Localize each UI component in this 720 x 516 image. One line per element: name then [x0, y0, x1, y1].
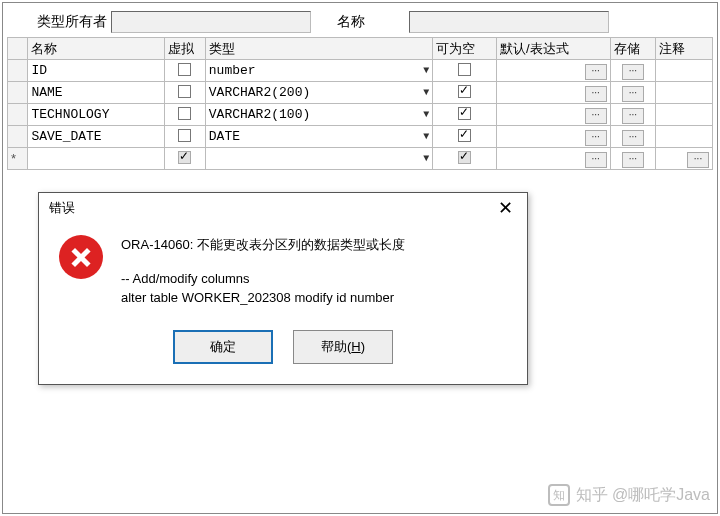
row-marker: [8, 82, 28, 104]
nullable-checkbox[interactable]: [458, 107, 471, 120]
cell-nullable[interactable]: [433, 148, 497, 170]
col-hdr-default[interactable]: 默认/表达式: [496, 38, 610, 60]
chevron-down-icon[interactable]: ▼: [423, 153, 429, 164]
cell-comment[interactable]: ···: [656, 148, 713, 170]
virtual-checkbox[interactable]: [178, 129, 191, 142]
dialog-title: 错误: [49, 199, 75, 217]
name-input[interactable]: [409, 11, 609, 33]
chevron-down-icon[interactable]: ▼: [423, 109, 429, 120]
cell-type[interactable]: ▼: [205, 148, 432, 170]
cell-virtual[interactable]: [164, 104, 205, 126]
cell-type[interactable]: number▼: [205, 60, 432, 82]
cell-comment[interactable]: [656, 104, 713, 126]
default-ellipsis-button[interactable]: ···: [585, 64, 607, 80]
cell-nullable[interactable]: [433, 126, 497, 148]
row-marker: [8, 104, 28, 126]
cell-comment[interactable]: [656, 126, 713, 148]
cell-storage[interactable]: ···: [610, 104, 655, 126]
col-hdr-storage[interactable]: 存储: [610, 38, 655, 60]
cell-virtual[interactable]: [164, 60, 205, 82]
cell-default[interactable]: ···: [496, 126, 610, 148]
table-row[interactable]: TECHNOLOGYVARCHAR2(100)▼······: [8, 104, 713, 126]
col-hdr-name[interactable]: 名称: [28, 38, 164, 60]
cell-name[interactable]: SAVE_DATE: [28, 126, 164, 148]
columns-grid[interactable]: 名称 虚拟 类型 可为空 默认/表达式 存储 注释 IDnumber▼·····…: [7, 37, 713, 170]
col-hdr-nullable[interactable]: 可为空: [433, 38, 497, 60]
chevron-down-icon[interactable]: ▼: [423, 131, 429, 142]
owner-input[interactable]: [111, 11, 311, 33]
cell-virtual[interactable]: [164, 126, 205, 148]
storage-ellipsis-button[interactable]: ···: [622, 86, 644, 102]
col-hdr-virtual[interactable]: 虚拟: [164, 38, 205, 60]
cell-comment[interactable]: [656, 82, 713, 104]
help-button-suffix: ): [361, 339, 365, 354]
error-icon: [59, 235, 103, 279]
storage-ellipsis-button[interactable]: ···: [622, 108, 644, 124]
error-message-main: ORA-14060: 不能更改表分区列的数据类型或长度: [121, 235, 405, 255]
cell-default[interactable]: ···: [496, 148, 610, 170]
cell-nullable[interactable]: [433, 82, 497, 104]
cell-name[interactable]: [28, 148, 164, 170]
default-ellipsis-button[interactable]: ···: [585, 108, 607, 124]
watermark: 知 知乎 @哪吒学Java: [548, 484, 710, 506]
cell-storage[interactable]: ···: [610, 126, 655, 148]
row-marker: [8, 60, 28, 82]
nullable-checkbox[interactable]: [458, 151, 471, 164]
default-ellipsis-button[interactable]: ···: [585, 130, 607, 146]
cell-comment[interactable]: [656, 60, 713, 82]
chevron-down-icon[interactable]: ▼: [423, 87, 429, 98]
nullable-checkbox[interactable]: [458, 129, 471, 142]
virtual-checkbox[interactable]: [178, 63, 191, 76]
storage-ellipsis-button[interactable]: ···: [622, 152, 644, 168]
cell-name[interactable]: TECHNOLOGY: [28, 104, 164, 126]
virtual-checkbox[interactable]: [178, 107, 191, 120]
error-dialog: 错误 ✕ ORA-14060: 不能更改表分区列的数据类型或长度 -- Add/…: [38, 192, 528, 385]
help-button-prefix: 帮助(: [321, 339, 351, 354]
nullable-checkbox[interactable]: [458, 63, 471, 76]
cell-virtual[interactable]: [164, 82, 205, 104]
cell-default[interactable]: ···: [496, 82, 610, 104]
ok-button[interactable]: 确定: [173, 330, 273, 364]
cell-name[interactable]: NAME: [28, 82, 164, 104]
storage-ellipsis-button[interactable]: ···: [622, 64, 644, 80]
virtual-checkbox[interactable]: [178, 151, 191, 164]
table-row[interactable]: IDnumber▼······: [8, 60, 713, 82]
nullable-checkbox[interactable]: [458, 85, 471, 98]
help-button[interactable]: 帮助(H): [293, 330, 393, 364]
default-ellipsis-button[interactable]: ···: [585, 86, 607, 102]
cell-default[interactable]: ···: [496, 60, 610, 82]
owner-label: 类型所有者: [37, 13, 107, 31]
row-marker: [8, 126, 28, 148]
chevron-down-icon[interactable]: ▼: [423, 65, 429, 76]
cell-storage[interactable]: ···: [610, 148, 655, 170]
table-row[interactable]: NAMEVARCHAR2(200)▼······: [8, 82, 713, 104]
cell-storage[interactable]: ···: [610, 82, 655, 104]
col-hdr-marker: [8, 38, 28, 60]
cell-virtual[interactable]: [164, 148, 205, 170]
help-button-key: H: [351, 339, 360, 354]
cell-nullable[interactable]: [433, 104, 497, 126]
default-ellipsis-button[interactable]: ···: [585, 152, 607, 168]
cell-storage[interactable]: ···: [610, 60, 655, 82]
row-marker: *: [8, 148, 28, 170]
error-message-detail-1: -- Add/modify columns: [121, 269, 405, 289]
zhihu-icon: 知: [548, 484, 570, 506]
col-hdr-comment[interactable]: 注释: [656, 38, 713, 60]
cell-name[interactable]: ID: [28, 60, 164, 82]
virtual-checkbox[interactable]: [178, 85, 191, 98]
comment-ellipsis-button[interactable]: ···: [687, 152, 709, 168]
cell-type[interactable]: VARCHAR2(200)▼: [205, 82, 432, 104]
close-icon[interactable]: ✕: [492, 199, 519, 217]
name-label: 名称: [337, 13, 365, 31]
table-row[interactable]: SAVE_DATEDATE▼······: [8, 126, 713, 148]
error-message-detail-2: alter table WORKER_202308 modify id numb…: [121, 288, 405, 308]
col-hdr-type[interactable]: 类型: [205, 38, 432, 60]
table-row[interactable]: *▼·········: [8, 148, 713, 170]
storage-ellipsis-button[interactable]: ···: [622, 130, 644, 146]
cell-default[interactable]: ···: [496, 104, 610, 126]
cell-nullable[interactable]: [433, 60, 497, 82]
watermark-text: 知乎 @哪吒学Java: [576, 485, 710, 506]
cell-type[interactable]: DATE▼: [205, 126, 432, 148]
cell-type[interactable]: VARCHAR2(100)▼: [205, 104, 432, 126]
